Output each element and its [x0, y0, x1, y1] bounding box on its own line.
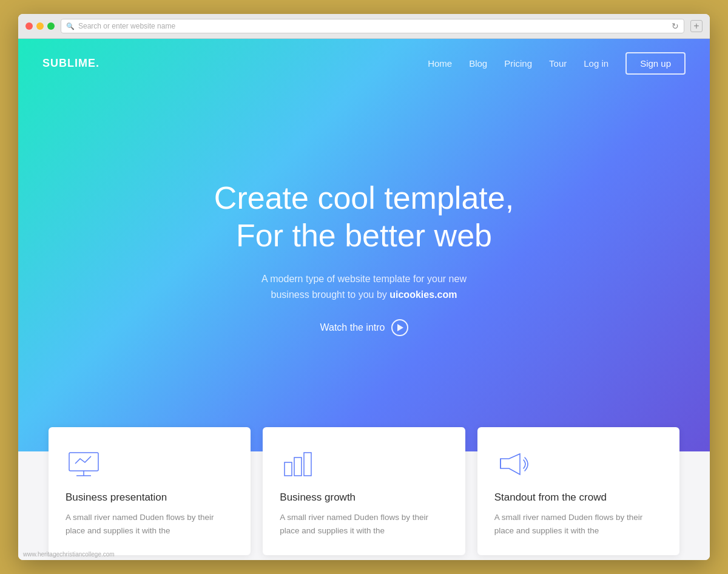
close-button[interactable]	[25, 22, 33, 30]
browser-window: 🔍 Search or enter website name ↻ + SUBLI…	[18, 14, 710, 560]
svg-marker-6	[500, 454, 520, 474]
nav-links: Home Blog Pricing Tour Log in Sign up	[428, 52, 686, 75]
page-content: SUBLIME. Home Blog Pricing Tour Log in S…	[18, 39, 710, 560]
subtitle-link[interactable]: uicookies.com	[389, 289, 457, 300]
svg-rect-4	[294, 458, 302, 476]
card-title-1: Business growth	[280, 491, 448, 504]
svg-rect-5	[304, 453, 311, 476]
address-text: Search or enter website name	[78, 22, 175, 30]
nav-tour[interactable]: Tour	[549, 58, 567, 69]
card-title-0: Business presentation	[66, 491, 234, 504]
address-bar[interactable]: 🔍 Search or enter website name ↻	[61, 19, 684, 33]
search-icon: 🔍	[66, 22, 75, 30]
maximize-button[interactable]	[47, 22, 55, 30]
megaphone-icon	[494, 449, 531, 479]
nav-login[interactable]: Log in	[584, 58, 608, 69]
browser-chrome: 🔍 Search or enter website name ↻ +	[18, 14, 710, 39]
logo[interactable]: SUBLIME.	[42, 57, 99, 70]
nav-home[interactable]: Home	[428, 58, 452, 69]
watch-intro-button[interactable]: Watch the intro	[320, 319, 408, 336]
navbar: SUBLIME. Home Blog Pricing Tour Log in S…	[18, 39, 710, 88]
chart-icon	[280, 449, 316, 479]
hero-subtitle: A modern type of website template for yo…	[261, 271, 467, 302]
traffic-lights	[25, 22, 55, 30]
card-text-2: A small river named Duden flows by their…	[494, 511, 662, 537]
card-standout: Standout from the crowd A small river na…	[477, 427, 679, 555]
presentation-icon	[66, 449, 102, 479]
svg-rect-3	[285, 462, 292, 476]
card-text-0: A small river named Duden flows by their…	[66, 511, 234, 537]
new-tab-button[interactable]: +	[690, 20, 703, 32]
card-title-2: Standout from the crowd	[494, 491, 662, 504]
nav-pricing[interactable]: Pricing	[504, 58, 532, 69]
hero-section: SUBLIME. Home Blog Pricing Tour Log in S…	[18, 39, 710, 451]
card-text-1: A small river named Duden flows by their…	[280, 511, 448, 537]
watermark: www.heritagechristiancollege.com	[23, 551, 115, 558]
nav-blog[interactable]: Blog	[469, 58, 487, 69]
play-triangle	[397, 324, 403, 331]
hero-title: Create cool template, For the better web	[214, 179, 514, 255]
play-icon	[391, 319, 408, 336]
signup-button[interactable]: Sign up	[625, 52, 686, 75]
minimize-button[interactable]	[36, 22, 44, 30]
hero-content: Create cool template, For the better web…	[18, 88, 710, 451]
card-presentation: Business presentation A small river name…	[49, 427, 251, 555]
cards-section: Business presentation A small river name…	[18, 451, 710, 560]
card-growth: Business growth A small river named Dude…	[263, 427, 465, 555]
reload-button[interactable]: ↻	[672, 21, 679, 31]
